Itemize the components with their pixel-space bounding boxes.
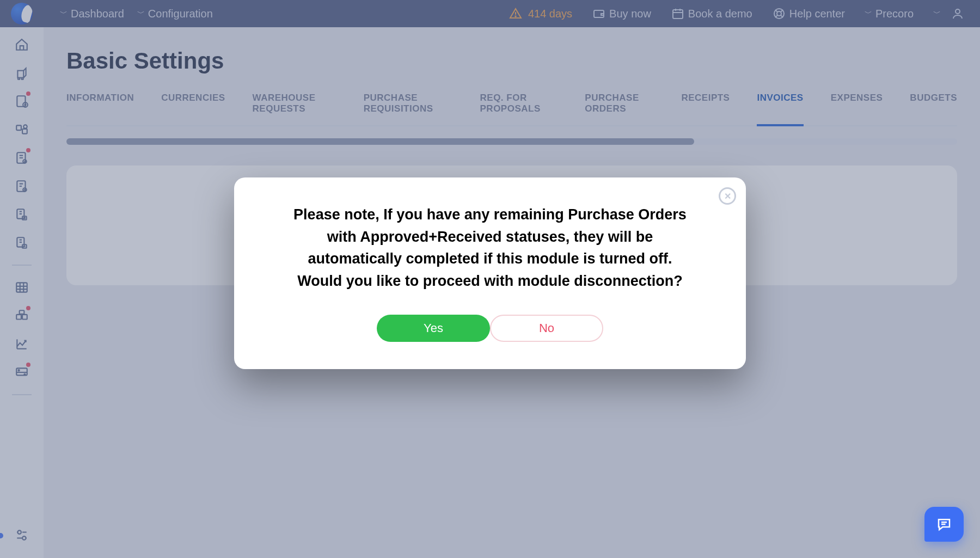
svg-rect-36 <box>16 315 21 320</box>
tab-information[interactable]: INFORMATION <box>66 93 134 125</box>
company-switcher[interactable]: ﹀ Precoro <box>865 8 914 20</box>
nav-label: Dashboard <box>71 8 124 20</box>
confirm-modal: ✕ Please note, If you have any remaining… <box>234 177 746 369</box>
sidebar-item-requisitions[interactable] <box>10 89 34 113</box>
sidebar-item-orders[interactable] <box>10 146 34 170</box>
buy-now-button[interactable]: Buy now <box>592 7 651 21</box>
svg-point-49 <box>22 536 26 540</box>
svg-point-1 <box>515 16 516 17</box>
chevron-down-icon: ﹀ <box>865 9 872 19</box>
trial-days[interactable]: 414 days <box>509 7 572 21</box>
svg-point-15 <box>18 78 20 79</box>
tab-budgets[interactable]: BUDGETS <box>910 93 957 125</box>
svg-line-11 <box>775 15 777 17</box>
svg-point-21 <box>23 125 27 128</box>
svg-point-45 <box>24 374 25 375</box>
tab-warehouse-requests[interactable]: WAREHOUSE REQUESTS <box>253 93 336 125</box>
sidebar-divider <box>12 265 32 266</box>
sidebar-item-integrations[interactable] <box>10 360 34 384</box>
wallet-icon <box>592 7 606 21</box>
svg-point-8 <box>777 11 781 16</box>
close-icon: ✕ <box>724 191 731 201</box>
warning-icon <box>509 7 523 21</box>
app-logo[interactable] <box>0 3 44 24</box>
svg-line-10 <box>781 15 783 17</box>
tabs: INFORMATION CURRENCIES WAREHOUSE REQUEST… <box>66 93 957 126</box>
help-center-button[interactable]: Help center <box>772 7 845 21</box>
tab-expenses[interactable]: EXPENSES <box>831 93 883 125</box>
chevron-down-icon[interactable]: ﹀ <box>933 9 941 19</box>
help-center-label: Help center <box>789 8 845 20</box>
svg-rect-17 <box>17 96 25 107</box>
page-title: Basic Settings <box>66 48 957 74</box>
tab-invoices[interactable]: INVOICES <box>757 93 803 125</box>
tab-receipts[interactable]: RECEIPTS <box>681 93 730 125</box>
buy-now-label: Buy now <box>609 8 651 20</box>
svg-point-13 <box>955 9 960 14</box>
svg-rect-14 <box>17 71 23 78</box>
company-label: Precoro <box>875 8 914 20</box>
chevron-down-icon: ﹀ <box>137 9 145 19</box>
svg-rect-37 <box>22 315 27 320</box>
svg-line-12 <box>781 10 783 12</box>
confirm-no-button[interactable]: No <box>490 315 603 342</box>
chevron-down-icon: ﹀ <box>60 9 68 19</box>
sidebar-item-home[interactable] <box>10 33 34 57</box>
user-icon[interactable] <box>951 7 965 21</box>
svg-line-9 <box>775 10 777 12</box>
svg-point-16 <box>21 78 23 79</box>
sidebar-divider <box>12 394 32 395</box>
active-dot <box>0 533 3 538</box>
svg-point-44 <box>19 370 20 371</box>
topbar: ﹀ Dashboard ﹀ Configuration 414 days Buy… <box>0 0 980 27</box>
tab-currencies[interactable]: CURRENCIES <box>161 93 225 125</box>
svg-rect-38 <box>20 310 24 314</box>
sidebar-item-proposals[interactable] <box>10 118 34 142</box>
sidebar-item-receipts[interactable] <box>10 174 34 198</box>
svg-point-28 <box>24 217 25 218</box>
nav-configuration[interactable]: ﹀ Configuration <box>137 8 213 20</box>
confirm-yes-button[interactable]: Yes <box>377 315 490 342</box>
modal-close-button[interactable]: ✕ <box>719 187 736 205</box>
modal-message: Please note, If you have any remaining P… <box>266 204 714 292</box>
sidebar-item-warehouse[interactable] <box>10 61 34 85</box>
scrollbar-thumb[interactable] <box>66 138 694 145</box>
svg-rect-20 <box>22 129 27 134</box>
svg-rect-19 <box>16 125 21 130</box>
tab-req-for-proposals[interactable]: REQ. FOR PROPOSALS <box>480 93 558 125</box>
tab-purchase-requisitions[interactable]: PURCHASE REQUISITIONS <box>364 93 453 125</box>
tab-purchase-orders[interactable]: PURCHASE ORDERS <box>585 93 654 125</box>
book-demo-button[interactable]: Book a demo <box>671 7 752 21</box>
trial-days-text: 414 days <box>528 8 572 20</box>
calendar-icon <box>671 7 685 21</box>
svg-point-46 <box>17 530 21 534</box>
nav-label: Configuration <box>148 8 213 20</box>
tab-scrollbar[interactable] <box>66 138 957 145</box>
chat-widget[interactable] <box>924 507 964 542</box>
svg-rect-3 <box>673 10 683 19</box>
sidebar-item-budgets[interactable] <box>10 275 34 299</box>
sidebar <box>0 27 44 558</box>
sidebar-item-suppliers[interactable] <box>10 304 34 328</box>
nav-dashboard[interactable]: ﹀ Dashboard <box>60 8 124 20</box>
sidebar-item-invoices[interactable] <box>10 203 34 226</box>
sidebar-item-reports[interactable] <box>10 332 34 356</box>
svg-rect-31 <box>16 283 27 292</box>
chat-icon <box>936 516 952 532</box>
book-demo-label: Book a demo <box>688 8 752 20</box>
sidebar-item-expenses[interactable] <box>10 231 34 255</box>
lifebuoy-icon <box>772 7 786 21</box>
sidebar-item-settings[interactable] <box>10 523 34 547</box>
